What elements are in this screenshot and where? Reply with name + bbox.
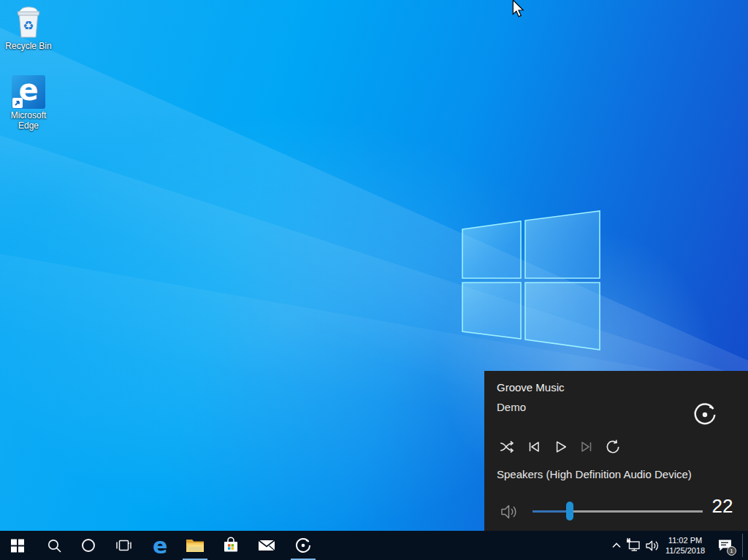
show-desktop-button[interactable] bbox=[742, 534, 743, 557]
taskbar-item-store[interactable] bbox=[215, 531, 247, 560]
cortana-icon bbox=[80, 537, 96, 553]
search-icon bbox=[47, 538, 62, 553]
chevron-up-icon bbox=[611, 540, 622, 551]
next-track-button[interactable] bbox=[576, 437, 597, 457]
taskbar-item-cortana[interactable] bbox=[72, 531, 104, 560]
windows-start-icon bbox=[10, 538, 25, 553]
groove-music-icon bbox=[294, 536, 313, 555]
start-button[interactable] bbox=[1, 531, 34, 560]
tray-date: 11/25/2018 bbox=[665, 545, 705, 556]
taskbar-item-groove-music[interactable] bbox=[287, 531, 319, 560]
edge-icon: e bbox=[149, 534, 171, 556]
task-view-icon bbox=[115, 537, 131, 553]
shortcut-arrow-badge bbox=[12, 98, 23, 108]
volume-slider-thumb[interactable] bbox=[566, 502, 573, 521]
recycle-bin-icon: ♻ bbox=[12, 6, 45, 39]
taskbar-item-edge[interactable]: e bbox=[144, 531, 176, 560]
tray-network[interactable] bbox=[625, 531, 643, 560]
previous-track-button[interactable] bbox=[524, 437, 544, 457]
action-center-button[interactable]: 1 bbox=[713, 531, 738, 560]
audio-device-label: Speakers (High Definition Audio Device) bbox=[497, 468, 692, 480]
mouse-cursor bbox=[511, 0, 524, 18]
edge-tile-icon: e bbox=[12, 75, 45, 109]
svg-text:e: e bbox=[153, 534, 167, 556]
notification-count: 1 bbox=[730, 548, 733, 554]
taskbar-item-search[interactable] bbox=[38, 531, 70, 560]
volume-tray-icon bbox=[645, 538, 660, 553]
volume-row: 22 bbox=[484, 492, 748, 531]
repeat-button[interactable] bbox=[603, 437, 623, 457]
mail-icon bbox=[257, 537, 276, 553]
desktop-icon-label: Recycle Bin bbox=[5, 41, 52, 51]
tray-time: 11:02 PM bbox=[668, 535, 702, 545]
playback-controls bbox=[484, 437, 748, 459]
desktop-icon-recycle-bin[interactable]: ♻ Recycle Bin bbox=[5, 6, 52, 51]
tray-clock[interactable]: 11:02 PM 11/25/2018 bbox=[662, 531, 709, 560]
taskbar: e bbox=[0, 531, 748, 560]
svg-text:♻: ♻ bbox=[23, 19, 34, 33]
notification-badge: 1 bbox=[727, 546, 736, 556]
network-ethernet-icon bbox=[626, 537, 642, 553]
taskbar-item-mail[interactable] bbox=[251, 531, 283, 560]
volume-slider-fill bbox=[533, 510, 570, 513]
shuffle-button[interactable] bbox=[497, 437, 518, 457]
taskbar-item-task-view[interactable] bbox=[107, 531, 140, 560]
media-track-name: Demo bbox=[497, 401, 526, 413]
store-icon bbox=[222, 537, 240, 554]
play-button[interactable] bbox=[550, 437, 570, 457]
speaker-icon[interactable] bbox=[500, 502, 520, 522]
media-app-name: Groove Music bbox=[497, 381, 565, 394]
groove-music-logo-icon bbox=[691, 401, 719, 429]
volume-slider[interactable] bbox=[533, 502, 703, 521]
volume-value: 22 bbox=[703, 495, 741, 518]
desktop-icon-microsoft-edge[interactable]: e Microsoft Edge bbox=[5, 75, 52, 131]
volume-media-flyout: Groove Music Demo bbox=[484, 371, 748, 531]
file-explorer-icon bbox=[186, 537, 205, 554]
tray-show-hidden-icons[interactable] bbox=[609, 531, 624, 560]
tray-volume[interactable] bbox=[644, 531, 661, 560]
desktop-icon-label: Microsoft Edge bbox=[5, 110, 52, 131]
taskbar-item-file-explorer[interactable] bbox=[179, 531, 211, 560]
